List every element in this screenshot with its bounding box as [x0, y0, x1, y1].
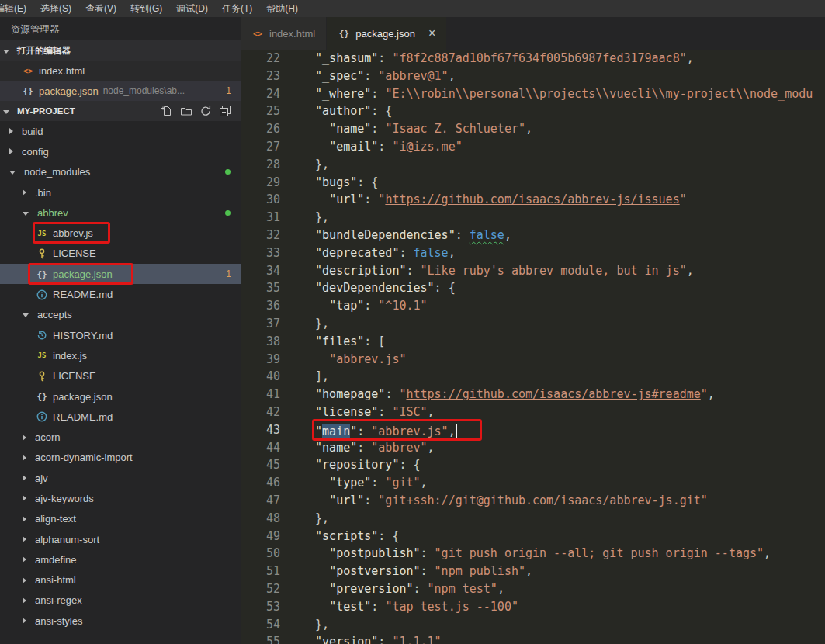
menu-item-查看(V)[interactable]: 查看(V): [78, 0, 123, 17]
code-text: "devDependencies": {: [301, 279, 456, 297]
code-line-50[interactable]: 50 "postpublish": "git push origin --all…: [241, 545, 825, 563]
menu-item-任务(T)[interactable]: 任务(T): [215, 0, 259, 17]
code-line-25[interactable]: 25 "author": {: [241, 102, 825, 120]
tree-item-accepts[interactable]: accepts: [0, 305, 241, 325]
tree-item-README.md[interactable]: README.md: [0, 284, 241, 304]
item-name: acorn: [35, 431, 61, 443]
editor[interactable]: 22 "_shasum": "f8f2c887ad10bf67f634f005b…: [241, 50, 825, 644]
tree-item-ansi-styles[interactable]: ansi-styles: [0, 611, 241, 631]
refresh-icon[interactable]: [199, 105, 212, 117]
menu-item-转到(G)[interactable]: 转到(G): [123, 0, 169, 17]
tree-item-HISTORY.md[interactable]: HISTORY.md: [0, 325, 241, 345]
chevron-right-icon: [23, 516, 26, 522]
git-status-dot: [225, 169, 231, 175]
code-line-48[interactable]: 48 },: [241, 510, 825, 528]
tree-item-abbrev[interactable]: abbrev: [0, 203, 241, 223]
code-line-33[interactable]: 33 "deprecated": false,: [241, 244, 825, 262]
tree-item-build[interactable]: build: [0, 121, 241, 141]
tree-item-.bin[interactable]: .bin: [0, 182, 241, 203]
open-editors-header[interactable]: 打开的编辑器: [0, 40, 241, 61]
collapse-all-icon[interactable]: [219, 105, 231, 117]
code-line-53[interactable]: 53 "test": "tap test.js --100": [241, 598, 825, 616]
tree-item-package.json[interactable]: {}package.json1: [0, 264, 241, 284]
tab-package.json[interactable]: {}package.json×: [327, 17, 447, 50]
code-line-37[interactable]: 37 },: [241, 315, 825, 333]
code-line-36[interactable]: 36 "tap": "^10.1": [241, 297, 825, 315]
chevron-right-icon: [9, 128, 13, 134]
tree-item-acorn-dynamic-import[interactable]: acorn-dynamic-import: [0, 448, 241, 468]
code-line-35[interactable]: 35 "devDependencies": {: [241, 279, 825, 297]
code-line-49[interactable]: 49 "scripts": {: [241, 528, 825, 545]
code-line-29[interactable]: 29 "bugs": {: [241, 174, 825, 192]
code-line-40[interactable]: 40 ],: [241, 368, 825, 386]
code-line-41[interactable]: 41 "homepage": "https://github.com/isaac…: [241, 386, 825, 403]
code-line-43[interactable]: 43 "main": "abbrev.js",: [241, 421, 825, 439]
license-icon: [36, 370, 48, 383]
code-line-31[interactable]: 31 },: [241, 209, 825, 227]
code-line-23[interactable]: 23 "_spec": "abbrev@1",: [241, 68, 825, 85]
code-line-32[interactable]: 32 "bundleDependencies": false,: [241, 227, 825, 244]
open-editors-section: 打开的编辑器 <>index.html{}package.jsonnode_mo…: [0, 40, 241, 101]
code-line-38[interactable]: 38 "files": [: [241, 333, 825, 351]
open-editor-index.html[interactable]: <>index.html: [0, 61, 241, 81]
open-editor-package.json[interactable]: {}package.jsonnode_modules\ab...1: [0, 81, 241, 101]
code-line-47[interactable]: 47 "url": "git+ssh://git@github.com/isaa…: [241, 492, 825, 510]
menu-item-选择(S)[interactable]: 选择(S): [33, 0, 78, 17]
tree-item-ansi-html[interactable]: ansi-html: [0, 570, 241, 590]
code-line-52[interactable]: 52 "preversion": "npm test",: [241, 580, 825, 598]
tree-item-config[interactable]: config: [0, 141, 241, 161]
tree-item-acorn[interactable]: acorn: [0, 427, 241, 447]
menu-item-调试(D)[interactable]: 调试(D): [169, 0, 215, 17]
tree-item-align-text[interactable]: align-text: [0, 509, 241, 529]
tree-item-abbrev.js[interactable]: JSabbrev.js: [0, 223, 241, 243]
menu-item-帮助(H)[interactable]: 帮助(H): [259, 0, 305, 17]
code-line-39[interactable]: 39 "abbrev.js": [241, 351, 825, 369]
line-number: 27: [241, 138, 301, 156]
chevron-right-icon: [23, 597, 26, 604]
explorer-title: 资源管理器: [0, 17, 241, 40]
tree-item-LICENSE[interactable]: LICENSE: [0, 244, 241, 264]
code-line-24[interactable]: 24 "_where": "E:\\robin\\personal\\proje…: [241, 85, 825, 103]
code-line-46[interactable]: 46 "type": "git",: [241, 474, 825, 492]
file-path-detail: node_modules\ab...: [103, 85, 185, 96]
code-text: },: [301, 156, 329, 174]
line-number: 23: [241, 68, 301, 85]
code-line-44[interactable]: 44 "name": "abbrev",: [241, 439, 825, 457]
tree-item-amdefine[interactable]: amdefine: [0, 549, 241, 570]
tree-item-alphanum-sort[interactable]: alphanum-sort: [0, 529, 241, 549]
line-number: 43: [241, 421, 301, 439]
close-icon[interactable]: ×: [428, 27, 435, 40]
new-folder-icon[interactable]: [180, 105, 192, 117]
code-line-28[interactable]: 28 },: [241, 156, 825, 174]
tree-item-ajv-keywords[interactable]: ajv-keywords: [0, 488, 241, 508]
line-number: 24: [241, 85, 301, 103]
code-line-26[interactable]: 26 "name": "Isaac Z. Schlueter",: [241, 120, 825, 138]
problems-badge: 1: [226, 85, 231, 96]
code-line-42[interactable]: 42 "license": "ISC",: [241, 403, 825, 421]
code-line-27[interactable]: 27 "email": "i@izs.me": [241, 138, 825, 156]
tree-item-LICENSE[interactable]: LICENSE: [0, 366, 241, 386]
tree-item-node_modules[interactable]: node_modules: [0, 162, 241, 182]
tree-item-README.md[interactable]: README.md: [0, 407, 241, 427]
tree-item-ajv[interactable]: ajv: [0, 468, 241, 488]
code-line-51[interactable]: 51 "postversion": "npm publish",: [241, 563, 825, 580]
chevron-right-icon: [23, 189, 26, 196]
tab-bar: <>index.html{}package.json×: [241, 17, 825, 50]
code-text: "email": "i@izs.me": [301, 138, 463, 156]
code-text: ],: [301, 368, 329, 386]
new-file-icon[interactable]: [161, 105, 173, 117]
code-line-22[interactable]: 22 "_shasum": "f8f2c887ad10bf67f634f005b…: [241, 50, 825, 68]
menu-item-编辑(E)[interactable]: 编辑(E): [0, 0, 33, 17]
code-line-54[interactable]: 54 },: [241, 616, 825, 634]
url-link: https://github.com/isaacs/abbrev-js#read…: [406, 387, 700, 401]
code-line-34[interactable]: 34 "description": "Like ruby's abbrev mo…: [241, 262, 825, 280]
tree-item-ansi-regex[interactable]: ansi-regex: [0, 590, 241, 611]
tree-item-package.json[interactable]: {}package.json: [0, 386, 241, 407]
item-name: accepts: [37, 309, 72, 320]
code-line-45[interactable]: 45 "repository": {: [241, 456, 825, 474]
code-line-30[interactable]: 30 "url": "https://github.com/isaacs/abb…: [241, 191, 825, 209]
project-header[interactable]: MY-PROJECT: [0, 101, 241, 121]
code-line-55[interactable]: 55 "version": "1.1.1": [241, 633, 825, 644]
tree-item-index.js[interactable]: JSindex.js: [0, 345, 241, 365]
tab-index.html[interactable]: <>index.html: [241, 17, 327, 50]
